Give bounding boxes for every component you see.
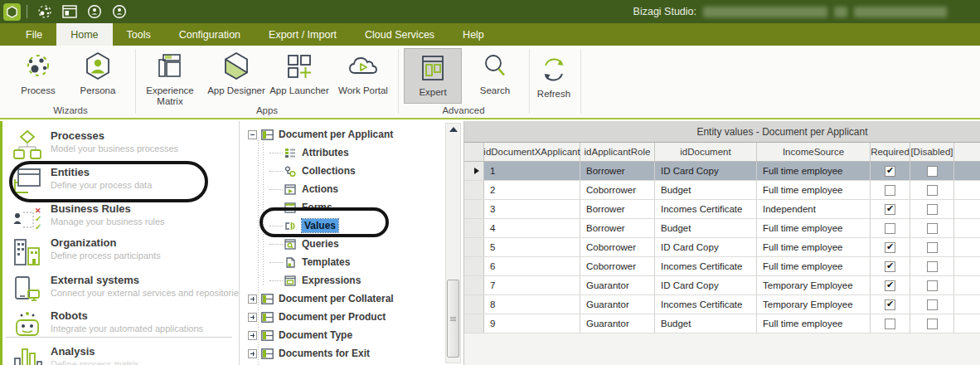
- column-header[interactable]: [Disabled]: [910, 143, 954, 161]
- menu-home[interactable]: Home: [56, 23, 112, 46]
- tree-item-expressions[interactable]: Expressions: [240, 271, 439, 290]
- process-button[interactable]: Process: [13, 49, 63, 96]
- disabled-checkbox[interactable]: [927, 185, 938, 196]
- expand-box-icon[interactable]: [248, 294, 257, 304]
- required-checkbox[interactable]: [885, 261, 895, 272]
- required-checkbox[interactable]: [885, 280, 895, 291]
- queries-icon: [284, 238, 297, 250]
- app-designer-button[interactable]: App Designer: [202, 49, 270, 96]
- scroll-up-arrow-icon[interactable]: [449, 126, 458, 133]
- refresh-button[interactable]: Refresh: [531, 52, 577, 100]
- row-selector-cell[interactable]: [464, 276, 484, 294]
- sidebar-item-title: Entities: [51, 166, 152, 178]
- menu-export-import[interactable]: Export / Import: [255, 23, 351, 46]
- values-icon: [284, 220, 297, 231]
- expert-button[interactable]: Expert: [404, 48, 462, 104]
- disabled-checkbox[interactable]: [927, 204, 938, 215]
- tree-item-actions[interactable]: Actions: [240, 180, 439, 198]
- row-selector-cell[interactable]: [464, 257, 484, 275]
- attributes-icon: [284, 147, 297, 158]
- table-row[interactable]: 7 Guarantor ID Card Copy Temporary Emplo…: [464, 276, 980, 295]
- disabled-checkbox[interactable]: [927, 319, 938, 329]
- experience-matrix-button[interactable]: Experience Matrix: [141, 49, 199, 107]
- table-row[interactable]: 8 Guarantor Incomes Certificate Temporar…: [464, 295, 980, 314]
- sidebar-item-subtitle: Define process matrix: [51, 359, 138, 365]
- required-checkbox[interactable]: [885, 166, 895, 177]
- sidebar-item-entities[interactable]: Entities Define your process data: [11, 166, 233, 201]
- expand-box-icon[interactable]: [248, 331, 257, 340]
- required-checkbox[interactable]: [885, 299, 895, 310]
- sidebar-item-processes[interactable]: Processes Model your business processes: [11, 129, 233, 164]
- sidebar-item-analysis[interactable]: Analysis Define process matrix: [11, 345, 233, 365]
- menu-cloud-services[interactable]: Cloud Services: [351, 23, 449, 46]
- expand-box-icon[interactable]: [248, 313, 257, 322]
- required-checkbox[interactable]: [885, 223, 895, 234]
- table-row[interactable]: 2 Coborrower Budget Full time employee: [464, 181, 980, 200]
- tree-item-document-per-applicant[interactable]: Document per Applicant: [240, 125, 439, 144]
- redacted-project-name: [703, 7, 827, 17]
- row-selector-cell[interactable]: [464, 238, 484, 256]
- column-header[interactable]: IncomeSource: [757, 143, 871, 161]
- scrollbar-thumb[interactable]: [447, 280, 459, 358]
- required-checkbox[interactable]: [885, 242, 895, 253]
- menu-help[interactable]: Help: [449, 23, 498, 46]
- required-checkbox[interactable]: [885, 204, 895, 215]
- expert-window-icon[interactable]: [62, 4, 77, 19]
- user-circle-icon-2[interactable]: [112, 4, 127, 19]
- tree-item-queries[interactable]: Queries: [240, 235, 439, 253]
- tree-item-documents-for-exit[interactable]: Documents for Exit: [240, 344, 439, 363]
- row-selector-cell[interactable]: [464, 181, 484, 199]
- menu-configuration[interactable]: Configuration: [165, 23, 255, 46]
- tree-item-templates[interactable]: Templates: [240, 253, 439, 271]
- business-rules-icon: ✕✓✓: [11, 202, 44, 234]
- sidebar-item-organization[interactable]: Organization Define process participants: [11, 236, 233, 271]
- tree-item-forms[interactable]: Forms: [240, 198, 439, 217]
- table-row[interactable]: 1 Borrower ID Card Copy Full time employ…: [464, 162, 980, 181]
- row-selector-cell[interactable]: [464, 295, 484, 314]
- tree-item-document-per-collateral[interactable]: Document per Collateral: [240, 290, 439, 308]
- row-selector-cell[interactable]: [464, 219, 484, 237]
- disabled-checkbox[interactable]: [927, 166, 938, 177]
- table-row[interactable]: 4 Borrower Budget Full time employee: [464, 219, 980, 238]
- disabled-checkbox[interactable]: [927, 261, 938, 272]
- tree-item-values-label: Values: [302, 219, 338, 232]
- collapse-box-icon[interactable]: [248, 130, 257, 139]
- disabled-checkbox[interactable]: [927, 299, 938, 310]
- disabled-checkbox[interactable]: [927, 242, 938, 253]
- column-header[interactable]: idDocumentXApplicant: [484, 143, 580, 161]
- persona-button[interactable]: Persona: [73, 49, 123, 96]
- process-dots-icon[interactable]: [37, 4, 52, 19]
- column-header[interactable]: idDocument: [655, 143, 757, 161]
- user-circle-icon[interactable]: [87, 4, 102, 19]
- tree-item-collections[interactable]: Collections: [240, 162, 439, 180]
- table-row[interactable]: 5 Coborrower ID Card Copy Full time empl…: [464, 238, 980, 257]
- expand-box-icon[interactable]: [248, 349, 257, 358]
- table-row[interactable]: 3 Borrower Incomes Certificate Independe…: [464, 200, 980, 219]
- tree-item-document-per-product[interactable]: Document per Product: [240, 308, 439, 326]
- menu-file[interactable]: File: [12, 23, 56, 46]
- disabled-checkbox[interactable]: [927, 223, 938, 234]
- menu-tools[interactable]: Tools: [113, 23, 165, 46]
- table-row[interactable]: 9 Guarantor Budget Full time employee: [464, 314, 980, 333]
- row-selector-cell[interactable]: [464, 200, 484, 218]
- column-header[interactable]: Required: [871, 143, 910, 161]
- work-portal-button[interactable]: Work Portal: [332, 49, 395, 96]
- bizagi-logo[interactable]: [3, 3, 21, 21]
- disabled-checkbox[interactable]: [927, 280, 938, 291]
- column-header[interactable]: idApplicantRole: [580, 143, 655, 161]
- required-checkbox[interactable]: [885, 185, 895, 196]
- row-selector-cell[interactable]: [464, 314, 484, 333]
- tree-item-values[interactable]: Values: [240, 217, 439, 235]
- app-launcher-button[interactable]: App Launcher: [265, 49, 333, 96]
- row-selector-cell[interactable]: [464, 162, 484, 180]
- sidebar-item-external-systems[interactable]: External systems Connect your external s…: [11, 274, 233, 309]
- sidebar-item-robots[interactable]: Robots Integrate your automated applicat…: [11, 309, 233, 344]
- required-checkbox[interactable]: [885, 319, 895, 329]
- tree-item-attributes[interactable]: Attributes: [240, 144, 439, 162]
- table-row[interactable]: 6 Coborrower Incomes Certificate Full ti…: [464, 257, 980, 276]
- tree-item-document-type[interactable]: Document Type: [240, 326, 439, 344]
- sidebar-item-business-rules[interactable]: ✕✓✓ Business Rules Manage your business …: [11, 202, 233, 237]
- sidebar-item-subtitle: Connect your external services and repos…: [51, 288, 240, 298]
- tree-scrollbar[interactable]: [445, 123, 461, 363]
- search-button[interactable]: Search: [470, 49, 520, 96]
